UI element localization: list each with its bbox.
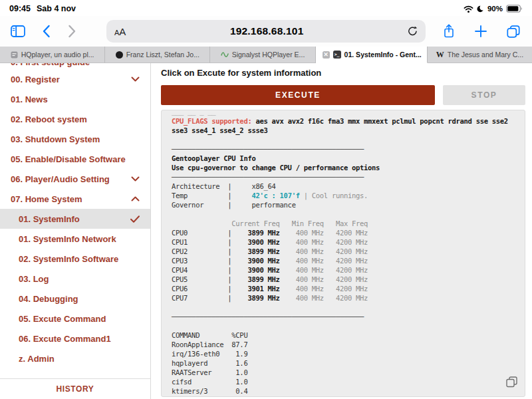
- sidebar-item-06-excute-command1[interactable]: 06. Excute Command1: [0, 329, 150, 348]
- back-button[interactable]: [43, 25, 51, 38]
- sidebar-item-00-register[interactable]: 00. Register: [0, 69, 150, 89]
- sidebar-item-05-enable-disable-software[interactable]: 05. Enable/Disable Software: [0, 149, 150, 169]
- text-size-button[interactable]: AA: [114, 26, 126, 37]
- sidebar-item-02-reboot-system[interactable]: 02. Reboot system: [0, 109, 150, 129]
- chevron-down-icon: [131, 176, 140, 182]
- tab-2[interactable]: Franz Liszt, Stefan Jo...: [105, 47, 210, 63]
- main-panel: Click on Excute for system information E…: [151, 63, 532, 399]
- terminal-line: [172, 135, 519, 144]
- terminal-line: Architecture | x86_64: [172, 182, 519, 191]
- terminal-icon: >_: [333, 51, 341, 59]
- history-button[interactable]: HISTORY: [0, 378, 150, 399]
- terminal-line: Temp | 42'c : 107'f | Cool runnings.: [172, 191, 519, 200]
- sidebar-item-02-systeminfo-software[interactable]: 02. SystemInfo Software: [0, 249, 150, 269]
- sidebar-item-01-systeminfo[interactable]: 01. SystemInfo: [0, 209, 150, 229]
- terminal-line: CPU1 | 3900 MHz 400 MHz 4200 MHz: [172, 237, 519, 247]
- sidebar-item-label: 03. Shutdown System: [11, 134, 100, 144]
- close-tab-icon[interactable]: ✕: [323, 51, 330, 59]
- instruction-text: Click on Excute for system information: [161, 68, 525, 78]
- wifi-icon: [464, 5, 473, 13]
- sidebar-item-01-systeminfo-network[interactable]: 01. SystemInfo Network: [0, 229, 150, 249]
- sidebar-item-clipped[interactable]: 0. First setup guide: [0, 63, 150, 69]
- chevron-up-icon: [131, 196, 140, 201]
- tab-1[interactable]: HQplayer, un audio pl...: [0, 47, 105, 63]
- sidebar-item-label: 04. Debugging: [19, 294, 78, 304]
- sidebar-menu: 0. First setup guide 00. Register01. New…: [0, 63, 151, 399]
- sidebar-item-label: 06. Excute Command1: [19, 334, 111, 344]
- sidebar-item-label: 00. Register: [11, 74, 60, 84]
- terminal-line: ────────────────────────────────────────…: [172, 172, 519, 182]
- terminal-line: hqplayerd 1.6: [172, 358, 519, 368]
- safari-window: 09:45 Sab 4 nov 90%: [0, 0, 532, 399]
- terminal-line: ────────────────────────────────────────…: [172, 312, 519, 321]
- sidebar-toggle-button[interactable]: [11, 25, 25, 37]
- signalyst-icon: [221, 51, 229, 59]
- tab-overview-button[interactable]: [507, 25, 520, 38]
- sidebar-item-label: 05. Excute Command: [19, 314, 106, 324]
- terminal-line: CPU3 | 3900 MHz 400 MHz 4200 MHz: [172, 256, 519, 265]
- terminal-line: cifsd 1.0: [172, 377, 519, 386]
- terminal-line: sse3 sse4_1 sse4_2 ssse3: [172, 126, 519, 135]
- tab-bar: HQplayer, un audio pl...Franz Liszt, Ste…: [0, 47, 532, 63]
- share-button[interactable]: [443, 24, 455, 39]
- url-text[interactable]: 192.168.68.101: [126, 25, 408, 37]
- sidebar-item-03-log[interactable]: 03. Log: [0, 269, 150, 289]
- do-not-disturb-moon-icon: [477, 5, 484, 13]
- tab-5[interactable]: WThe Jesus and Mary C...: [428, 47, 532, 63]
- terminal-line: RAATServer 1.0: [172, 368, 519, 377]
- tab-label: The Jesus and Mary C...: [448, 51, 523, 59]
- terminal-clipped-line: ___ __ _ __: [172, 112, 519, 116]
- terminal-line: CPU7 | 3899 MHz 400 MHz 4200 MHz: [172, 293, 519, 303]
- execute-button[interactable]: EXECUTE: [161, 85, 435, 105]
- sidebar-item-07-home-system[interactable]: 07. Home System: [0, 189, 150, 209]
- terminal-line: [172, 209, 519, 219]
- sidebar-item-05-excute-command[interactable]: 05. Excute Command: [0, 309, 150, 329]
- clock-date: Sab 4 nov: [37, 4, 76, 13]
- chevron-down-icon: [131, 76, 140, 82]
- terminal-output: ___ __ _ __CPU_FLAGS supported: aes avx …: [161, 110, 525, 397]
- sidebar-item-label: 03. Log: [19, 274, 49, 284]
- sidebar-item-label: z. Admin: [19, 354, 55, 364]
- sidebar-item-label: 02. Reboot system: [11, 114, 87, 124]
- terminal-line: Governor | performance: [172, 200, 519, 209]
- forward-button[interactable]: [68, 25, 76, 38]
- tab-label: Signalyst HQPlayer E...: [232, 51, 305, 59]
- sidebar-item-label: 06. Player/Audio Setting: [11, 174, 110, 184]
- clock-time: 09:45: [9, 4, 31, 13]
- sidebar-item-06-player-audio-setting[interactable]: 06. Player/Audio Setting: [0, 169, 150, 189]
- sidebar-item-z-admin[interactable]: z. Admin: [0, 348, 150, 368]
- sidebar-item-label: 07. Home System: [11, 194, 82, 204]
- terminal-line: ktimers/3 0.4: [172, 386, 519, 396]
- terminal-line: Gentooplayer CPU Info: [172, 154, 519, 163]
- tab-label: 01. SystemInfo - Gent...: [344, 51, 422, 59]
- stop-button[interactable]: STOP: [443, 85, 525, 105]
- browser-toolbar: AA 192.168.68.101: [0, 16, 532, 47]
- battery-percent: 90%: [487, 5, 503, 13]
- reload-icon[interactable]: [408, 26, 418, 37]
- terminal-line: ────────────────────────────────────────…: [172, 144, 519, 154]
- terminal-line: CPU_FLAGS supported: aes avx avx2 f16c f…: [172, 116, 519, 126]
- terminal-line: COMMAND %CPU: [172, 331, 519, 340]
- battery-icon: [506, 5, 523, 13]
- status-bar: 09:45 Sab 4 nov 90%: [0, 0, 532, 16]
- terminal-line: CPU4 | 3900 MHz 400 MHz 4200 MHz: [172, 265, 519, 275]
- wikipedia-w-icon: W: [436, 50, 444, 60]
- sidebar-item-04-debugging[interactable]: 04. Debugging: [0, 289, 150, 309]
- terminal-line: Use cpu-governor to change CPU / perform…: [172, 163, 519, 172]
- tab-4[interactable]: ✕>_01. SystemInfo - Gent...: [316, 47, 428, 63]
- terminal-line: CPU5 | 3899 MHz 400 MHz 4200 MHz: [172, 275, 519, 284]
- address-bar[interactable]: AA 192.168.68.101: [106, 20, 426, 43]
- sidebar-item-03-shutdown-system[interactable]: 03. Shutdown System: [0, 129, 150, 149]
- copy-icon[interactable]: [506, 376, 517, 390]
- sidebar-item-01-news[interactable]: 01. News: [0, 89, 150, 109]
- terminal-line: CPU0 | 3899 MHz 400 MHz 4200 MHz: [172, 228, 519, 237]
- sidebar-item-label: 01. News: [11, 94, 48, 104]
- tab-3[interactable]: Signalyst HQPlayer E...: [210, 47, 315, 63]
- sidebar-item-label: 01. SystemInfo Network: [19, 234, 116, 244]
- terminal-line: CPU2 | 3899 MHz 400 MHz 4200 MHz: [172, 247, 519, 256]
- tab-label: Franz Liszt, Stefan Jo...: [126, 51, 200, 59]
- checkmark-icon: [130, 215, 140, 223]
- forum-icon: [11, 51, 18, 59]
- new-tab-button[interactable]: [475, 25, 487, 37]
- terminal-line: CPU6 | 3901 MHz 400 MHz 4200 MHz: [172, 284, 519, 293]
